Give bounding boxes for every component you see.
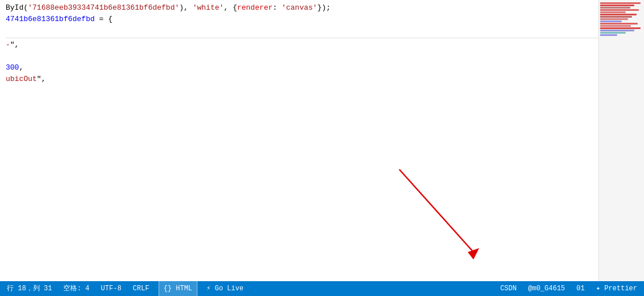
line-content-5: -", [6,39,598,51]
minimap-line-11 [600,25,631,27]
code-line-18 [6,188,598,199]
code-line-17 [6,176,598,188]
code-content: ById('71688eeb39334741b6e81361bf6defbd')… [0,0,598,201]
minimap-line-9 [600,21,622,22]
code-line-2: 4741b6e81361bf6defbd = { [6,14,598,25]
code-line-6 [6,51,598,62]
status-csdn: CSDN [498,281,519,296]
minimap-line-3 [600,7,630,9]
code-line-3 [6,25,598,37]
status-eol: CRLF [131,281,152,296]
minimap-line-4 [600,9,639,11]
minimap-line-6 [600,14,637,15]
code-line-5: -", [6,39,598,51]
code-line-7: 300, [6,62,598,74]
line-content-1: ById('71688eeb39334741b6e81361bf6defbd')… [6,2,598,14]
code-panel: ById('71688eeb39334741b6e81361bf6defbd')… [0,0,598,281]
status-spaces: 空格: 4 [61,281,92,296]
editor-area: ById('71688eeb39334741b6e81361bf6defbd')… [0,0,644,281]
line-content-3 [6,25,598,37]
code-line-10 [6,96,598,108]
code-line-13 [6,131,598,142]
code-line-11 [6,108,598,119]
code-line-15 [6,153,598,165]
status-user: @m0_G4615 [526,281,568,296]
minimap-line-7 [600,16,632,18]
status-language[interactable]: {} HTML [159,279,197,296]
minimap-line-12 [600,27,641,29]
minimap-line-2 [600,5,634,6]
minimap-content [599,0,644,39]
code-line-16 [6,165,598,176]
minimap-line-1 [600,2,641,4]
status-num: 01 [574,281,587,296]
code-line-12 [6,119,598,131]
status-bar: 行 18，列 31 空格: 4 UTF-8 CRLF {} HTML ⚡ Go … [0,281,644,296]
minimap-line-14 [600,32,626,34]
minimap-line-10 [600,23,638,25]
status-prettier[interactable]: ✦ Prettier [594,281,639,296]
line-content-2: 4741b6e81361bf6defbd = { [6,14,598,25]
section-divider [6,38,598,38]
line-content-8: ubicOut", [6,74,598,85]
status-golive[interactable]: ⚡ Go Live [204,281,246,296]
code-line-14 [6,142,598,153]
minimap-line-13 [600,30,634,31]
code-line-1: ById('71688eeb39334741b6e81361bf6defbd')… [6,2,598,14]
code-line-9 [6,85,598,96]
status-line-col: 行 18，列 31 [5,281,54,296]
minimap-line-8 [600,18,628,20]
code-line-8: ubicOut", [6,74,598,85]
line-content-6 [6,51,598,62]
minimap [598,0,644,281]
status-encoding: UTF-8 [99,281,124,296]
minimap-line-5 [600,11,626,13]
minimap-line-15 [600,34,617,36]
line-content-7: 300, [6,62,598,74]
